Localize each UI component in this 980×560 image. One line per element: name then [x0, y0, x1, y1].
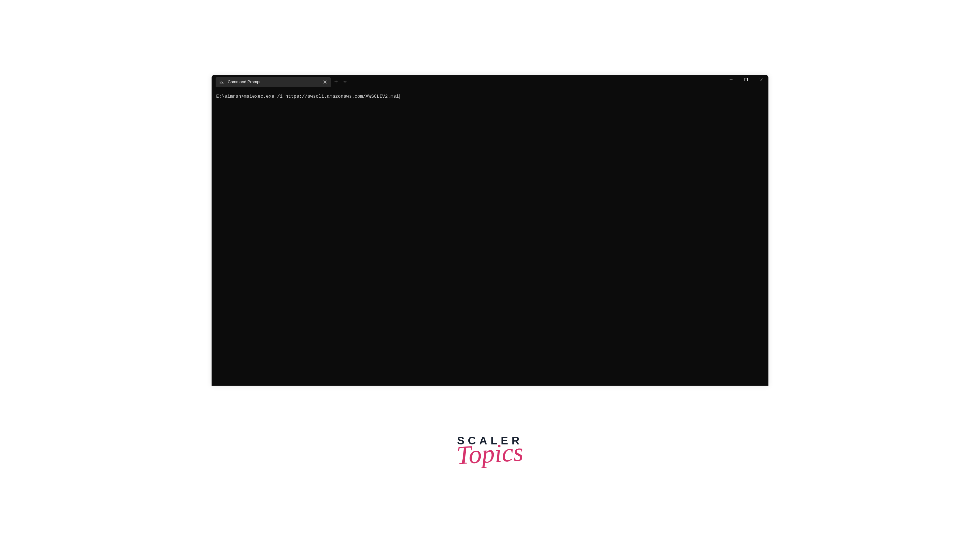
svg-rect-0: [220, 80, 224, 84]
minimize-button[interactable]: [723, 75, 738, 84]
close-tab-button[interactable]: [322, 79, 327, 85]
tab-dropdown-button[interactable]: [341, 77, 349, 87]
tab-title: Command Prompt: [228, 80, 319, 84]
window-titlebar[interactable]: Command Prompt: [212, 75, 768, 87]
close-window-button[interactable]: [753, 75, 768, 84]
new-tab-button[interactable]: [331, 77, 341, 87]
terminal-prompt: E:\simran>: [216, 94, 244, 99]
terminal-command: msiexec.exe /i https://awscli.amazonaws.…: [244, 94, 399, 99]
terminal-tab[interactable]: Command Prompt: [216, 77, 331, 87]
command-prompt-icon: [220, 80, 224, 84]
maximize-button[interactable]: [738, 75, 753, 84]
tab-area: Command Prompt: [212, 75, 331, 87]
terminal-body[interactable]: E:\simran>msiexec.exe /i https://awscli.…: [212, 87, 768, 386]
logo-text-bottom: Topics: [456, 440, 524, 467]
window-controls: [723, 75, 768, 84]
command-prompt-window: Command Prompt: [212, 75, 768, 386]
scaler-topics-logo: SCALER Topics: [457, 435, 523, 465]
text-cursor: [399, 94, 400, 99]
svg-rect-3: [745, 78, 747, 81]
tab-actions: [331, 75, 349, 87]
terminal-line: E:\simran>msiexec.exe /i https://awscli.…: [216, 94, 764, 99]
